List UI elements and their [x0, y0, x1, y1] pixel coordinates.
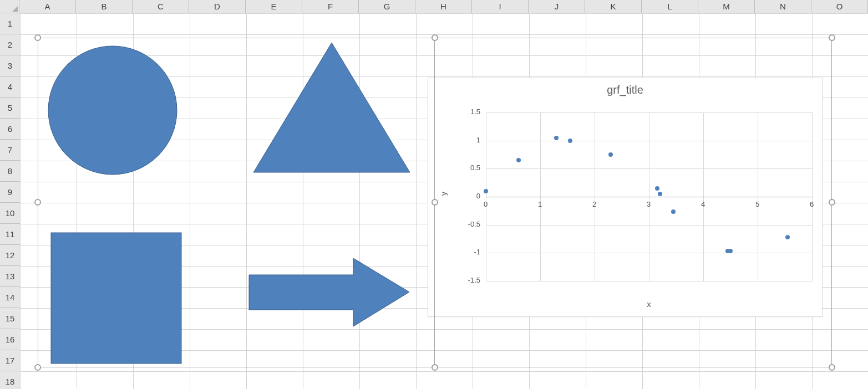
selection-handle[interactable]	[829, 34, 835, 41]
chart-data-point[interactable]	[785, 235, 790, 239]
scatter-chart[interactable]: grf_title y 0123456-1.5-1-0.500.511.5 x	[428, 78, 823, 317]
circle-shape[interactable]	[48, 45, 177, 175]
column-header[interactable]: A	[19, 0, 76, 13]
chart-data-point[interactable]	[608, 152, 613, 157]
column-header[interactable]: O	[811, 0, 868, 13]
chart-y-tick: 0.5	[458, 163, 480, 172]
column-header[interactable]: D	[189, 0, 246, 13]
column-header[interactable]: I	[472, 0, 529, 13]
chart-x-tick: 5	[755, 200, 759, 208]
selection-handle[interactable]	[829, 199, 835, 206]
column-header[interactable]: B	[76, 0, 133, 13]
row-header[interactable]: 15	[0, 308, 20, 329]
row-header[interactable]: 12	[0, 245, 20, 266]
chart-y-tick: -1	[458, 248, 480, 256]
column-header[interactable]: K	[585, 0, 642, 13]
column-header[interactable]: F	[302, 0, 359, 13]
selection-handle[interactable]	[34, 364, 41, 371]
triangle-shape[interactable]	[252, 42, 411, 173]
selection-handle[interactable]	[829, 364, 835, 371]
column-header[interactable]: E	[246, 0, 302, 13]
chart-data-point[interactable]	[671, 209, 676, 214]
chart-x-tick: 4	[701, 200, 705, 208]
chart-x-tick: 1	[538, 200, 542, 208]
column-header[interactable]: C	[133, 0, 189, 13]
chart-y-tick: -1.5	[458, 276, 480, 284]
row-header[interactable]: 3	[0, 55, 20, 76]
chart-data-point[interactable]	[554, 136, 559, 140]
column-header[interactable]: L	[642, 0, 698, 13]
chart-x-tick: 6	[810, 200, 814, 208]
row-header[interactable]: 1	[0, 13, 20, 34]
row-header[interactable]: 18	[0, 371, 20, 389]
chart-x-tick: 3	[647, 200, 651, 208]
chart-data-point[interactable]	[568, 139, 572, 143]
arrow-right-shape[interactable]	[248, 257, 410, 327]
row-header[interactable]: 7	[0, 140, 20, 161]
row-header[interactable]: 8	[0, 161, 20, 182]
selection-handle[interactable]	[432, 199, 438, 206]
column-header[interactable]: N	[755, 0, 811, 13]
row-header[interactable]: 9	[0, 182, 20, 203]
chart-plot-area[interactable]: 0123456-1.5-1-0.500.511.5	[486, 112, 812, 281]
chart-y-tick: -0.5	[458, 220, 480, 228]
selection-handle[interactable]	[34, 34, 41, 41]
column-headers: ABCDEFGHIJKLMNO	[0, 0, 868, 13]
row-header[interactable]: 6	[0, 119, 20, 140]
row-header[interactable]: 10	[0, 203, 20, 224]
rectangle-shape[interactable]	[50, 232, 182, 364]
row-header[interactable]: 2	[0, 34, 20, 55]
column-header[interactable]: J	[529, 0, 585, 13]
row-header[interactable]: 5	[0, 98, 20, 119]
svg-rect-2	[51, 233, 181, 364]
spreadsheet-sheet: ABCDEFGHIJKLMNO 123456789101112131415161…	[0, 0, 868, 389]
svg-marker-1	[253, 43, 410, 172]
row-header[interactable]: 14	[0, 287, 20, 308]
chart-data-point[interactable]	[484, 189, 488, 193]
chart-title[interactable]: grf_title	[428, 78, 822, 99]
chart-y-tick: 1	[458, 136, 480, 144]
chart-x-tick: 2	[592, 200, 596, 208]
column-header[interactable]: G	[359, 0, 415, 13]
row-header[interactable]: 4	[0, 76, 20, 98]
select-all-corner[interactable]	[0, 0, 19, 13]
chart-data-point[interactable]	[728, 249, 733, 253]
chart-data-point[interactable]	[658, 192, 662, 196]
chart-y-tick: 1.5	[458, 108, 480, 116]
selection-handle[interactable]	[432, 364, 438, 371]
row-header[interactable]: 16	[0, 329, 20, 350]
chart-data-point[interactable]	[516, 158, 521, 162]
row-header[interactable]: 11	[0, 224, 20, 245]
chart-x-axis-title: x	[486, 299, 812, 309]
column-header[interactable]: H	[415, 0, 472, 13]
svg-point-0	[48, 46, 177, 175]
row-header[interactable]: 17	[0, 350, 20, 371]
column-header[interactable]: M	[698, 0, 755, 13]
selection-handle[interactable]	[432, 34, 438, 41]
row-header[interactable]: 13	[0, 266, 20, 287]
chart-data-point[interactable]	[655, 186, 659, 191]
chart-y-axis-title: y	[439, 192, 448, 196]
chart-x-tick: 0	[484, 200, 488, 208]
row-headers: 123456789101112131415161718	[0, 13, 20, 389]
svg-marker-3	[249, 258, 409, 326]
chart-y-tick: 0	[458, 192, 480, 200]
selection-handle[interactable]	[34, 199, 41, 206]
